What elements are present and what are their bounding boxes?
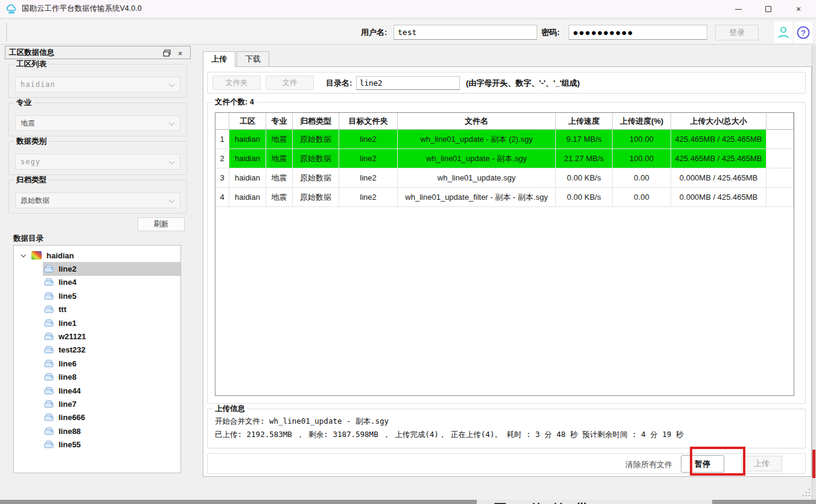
tree-item-label: w21121 <box>59 332 86 341</box>
directory-name-label: 目录名: <box>326 78 352 89</box>
data-category-select[interactable]: segy <box>15 154 180 170</box>
dataset-icon <box>44 360 54 368</box>
username-input[interactable] <box>394 25 537 40</box>
tree-item-line5[interactable]: line5 <box>14 289 180 302</box>
help-button[interactable]: ? <box>794 22 812 43</box>
panel-title: 工区数据信息 <box>9 48 54 58</box>
header-filename[interactable]: 文件名 <box>398 113 556 130</box>
file-count-label: 文件个数: 4 <box>212 97 257 107</box>
header-target-folder[interactable]: 目标文件夹 <box>339 113 398 130</box>
upload-button[interactable]: 上传 <box>741 456 782 471</box>
minimize-button[interactable] <box>724 0 752 18</box>
pause-button[interactable]: 暂停 <box>681 455 724 473</box>
data-directory-tree: haidian line2 line4 line5 ttt line1 w211… <box>13 245 181 473</box>
panel-float-button[interactable] <box>162 48 172 58</box>
directory-name-input[interactable] <box>356 76 460 90</box>
workarea-info-panel: 工区数据信息 × 工区列表 haidian 专业 地震 数据类别 segy <box>5 46 191 478</box>
refresh-button[interactable]: 刷新 <box>138 217 185 231</box>
username-label: 用户名: <box>361 27 387 38</box>
tree-item-label: line55 <box>59 440 81 449</box>
tree-item-line1[interactable]: line1 <box>14 316 180 330</box>
tree-item-w21121[interactable]: w21121 <box>14 330 180 343</box>
tab-download[interactable]: 下载 <box>237 51 269 67</box>
tree-item-label: line1 <box>59 319 77 328</box>
close-icon: × <box>796 4 801 14</box>
cell-target: line2 <box>339 130 398 149</box>
tab-upload[interactable]: 上传 <box>203 51 235 67</box>
user-profile-button[interactable] <box>774 22 792 43</box>
tree-item-line88[interactable]: line88 <box>14 424 180 438</box>
clear-all-files-button[interactable]: 清除所有文件 <box>625 458 672 471</box>
archive-type-group: 归档类型 原始数据 <box>8 180 187 214</box>
cell-spacer <box>767 130 794 149</box>
header-workarea[interactable]: 工区 <box>229 113 266 130</box>
cell-archive: 原始数据 <box>293 130 339 149</box>
chevron-down-icon <box>169 120 175 126</box>
tree-item-label: test232 <box>59 345 86 354</box>
upload-info-label: 上传信息 <box>212 404 247 414</box>
toolbar-handle[interactable] <box>6 23 7 42</box>
cell-filename: wh_line01_update - 副本 (2).sgy <box>398 130 556 149</box>
directory-name-hint: (由字母开头、数字、'-'、'_'组成) <box>466 78 580 89</box>
tree-item-line7[interactable]: line7 <box>14 397 180 410</box>
cell-speed: 21.27 MB/s <box>556 149 613 168</box>
tree-root-label: haidian <box>46 251 74 260</box>
cell-spacer <box>767 188 794 207</box>
tree-item-line8[interactable]: line8 <box>14 371 180 384</box>
archive-type-select[interactable]: 原始数据 <box>15 193 180 208</box>
cell-size: 425.465MB / 425.465MB <box>671 130 767 149</box>
cell-workarea: haidian <box>229 168 266 188</box>
chevron-down-icon <box>169 159 175 165</box>
tree-item-label: line2 <box>59 264 77 273</box>
upload-file-table: 工区 专业 归档类型 目标文件夹 文件名 上传速度 上传进度(%) 上传大小/总… <box>215 112 794 396</box>
tree-root-haidian[interactable]: haidian <box>14 249 180 262</box>
header-spacer <box>767 113 794 130</box>
workarea-select[interactable]: haidian <box>15 77 180 92</box>
data-category-select-value: segy <box>21 158 40 166</box>
header-specialty[interactable]: 专业 <box>266 113 293 130</box>
archive-type-select-value: 原始数据 <box>21 196 49 206</box>
panel-header[interactable]: 工区数据信息 × <box>5 46 191 59</box>
close-button[interactable]: × <box>785 0 812 18</box>
tree-item-line6[interactable]: line6 <box>14 357 180 370</box>
svg-text:?: ? <box>801 28 806 37</box>
tree-item-label: line666 <box>59 413 85 422</box>
specialty-select-value: 地震 <box>21 118 35 129</box>
dataset-icon <box>44 292 54 300</box>
dataset-icon <box>44 319 54 327</box>
workarea-select-value: haidian <box>21 80 56 89</box>
panel-close-button[interactable]: × <box>175 48 185 58</box>
app-cloud-icon <box>5 3 18 15</box>
row-number: 2 <box>215 149 229 168</box>
header-upload-size[interactable]: 上传大小/总大小 <box>671 113 767 130</box>
add-folder-button[interactable]: 文件夹 <box>212 75 261 90</box>
workarea-list-group: 工区列表 haidian <box>8 64 187 98</box>
tree-item-test232[interactable]: test232 <box>14 343 180 357</box>
maximize-button[interactable] <box>754 0 782 18</box>
cell-target: line2 <box>339 168 398 188</box>
header-archive-type[interactable]: 归档类型 <box>293 113 339 130</box>
tree-item-line55[interactable]: line55 <box>14 438 180 451</box>
dataset-icon <box>44 413 54 421</box>
header-row-number <box>215 113 229 130</box>
cell-size: 0.000MB / 425.465MB <box>671 188 767 207</box>
dataset-icon <box>44 441 54 448</box>
specialty-select[interactable]: 地震 <box>15 115 180 131</box>
tree-item-line2[interactable]: line2 <box>14 262 180 275</box>
float-window-icon <box>163 49 171 57</box>
add-file-button[interactable]: 文件 <box>266 75 314 90</box>
tree-expand-chevron-icon[interactable] <box>21 252 25 257</box>
header-upload-speed[interactable]: 上传速度 <box>556 113 613 130</box>
cell-specialty: 地震 <box>266 130 293 149</box>
login-button[interactable]: 登录 <box>715 25 759 40</box>
password-input[interactable] <box>569 25 707 40</box>
resize-grip[interactable] <box>803 489 811 497</box>
heatmap-thumbnail-icon <box>31 251 42 260</box>
chevron-down-icon <box>169 197 175 203</box>
tree-item-line4[interactable]: line4 <box>14 276 180 289</box>
cell-target: line2 <box>339 149 398 168</box>
tree-item-line44[interactable]: line44 <box>14 384 180 397</box>
header-upload-progress[interactable]: 上传进度(%) <box>613 113 671 130</box>
tree-item-ttt[interactable]: ttt <box>14 303 180 316</box>
tree-item-line666[interactable]: line666 <box>14 411 180 424</box>
